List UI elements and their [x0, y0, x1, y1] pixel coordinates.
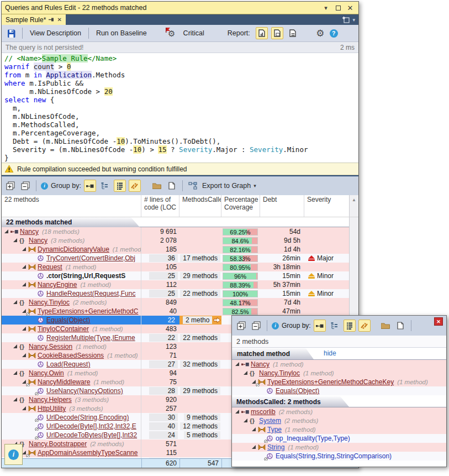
element-link[interactable]: mscorlib: [251, 408, 276, 416]
run-on-baseline-button[interactable]: Run on Baseline: [94, 29, 149, 37]
element-link[interactable]: NancyEngine: [38, 281, 77, 289]
group-by-type-button[interactable]: [114, 180, 126, 192]
element-link[interactable]: Nancy.Owin: [29, 369, 64, 377]
folder-icon[interactable]: [379, 320, 392, 332]
element-link[interactable]: TinyIoCContainer: [38, 325, 89, 333]
group-by-assembly-button[interactable]: [314, 320, 326, 332]
scrollbar[interactable]: ▲: [349, 195, 358, 217]
gear-icon[interactable]: ⚙: [314, 27, 326, 39]
expander-icon[interactable]: [235, 410, 239, 414]
element-link[interactable]: HandleRequest(Request,Func: [46, 290, 135, 297]
element-link[interactable]: Equals(Object): [46, 316, 90, 324]
element-link[interactable]: NancyMiddleware: [38, 378, 90, 386]
element-link[interactable]: UrlDecodeToBytes(Byte[],Int32: [46, 431, 137, 439]
expander-icon[interactable]: [252, 380, 256, 384]
info-badge[interactable]: i: [4, 444, 23, 465]
new-query-caret-icon[interactable]: ▾: [352, 17, 355, 23]
expander-icon[interactable]: [22, 265, 26, 269]
collapse-all-icon[interactable]: [19, 180, 31, 192]
critical-icon[interactable]: ⚙: [166, 27, 178, 39]
expander-icon[interactable]: [252, 445, 256, 449]
expander-icon[interactable]: [22, 247, 26, 251]
element-link[interactable]: Nancy.Bootstrapper: [29, 440, 87, 448]
column-methods-called[interactable]: MethodsCalled: [179, 195, 221, 217]
element-label[interactable]: Equals(String,String,StringComparison): [276, 452, 392, 460]
element-link[interactable]: Equals(Object): [276, 387, 319, 395]
element-link[interactable]: UrlDecode(String,Encoding): [46, 414, 129, 421]
query-editor[interactable]: // <Name>Sample Rule</Name>warnif count …: [2, 53, 358, 163]
export-to-graph-button[interactable]: Export to Graph: [202, 182, 251, 190]
group-by-type-button[interactable]: [344, 320, 356, 332]
group-by-namespace-button[interactable]: [329, 320, 341, 332]
export-caret-icon[interactable]: ▾: [253, 183, 256, 189]
report-chart-button[interactable]: [256, 27, 268, 39]
document-icon[interactable]: [166, 180, 178, 192]
expander-icon[interactable]: [244, 371, 247, 375]
expander-icon[interactable]: [22, 451, 26, 454]
report-export-button[interactable]: [271, 27, 283, 39]
element-link[interactable]: TryConvert(ConvertBinder,Obj: [46, 254, 135, 262]
expander-icon[interactable]: [13, 238, 17, 242]
save-button[interactable]: [5, 27, 17, 39]
report-grid-button[interactable]: [287, 27, 299, 39]
element-link[interactable]: Load(Request): [46, 360, 90, 368]
expander-icon[interactable]: [22, 283, 26, 286]
element-link[interactable]: .ctor(String,Url,RequestS: [46, 272, 125, 280]
column-severity[interactable]: Severity: [304, 195, 349, 217]
element-label[interactable]: op_Inequality(Type,Type): [276, 435, 350, 442]
group-by-method-button[interactable]: [358, 320, 371, 332]
element-link[interactable]: Request: [38, 263, 62, 271]
expander-icon[interactable]: [13, 371, 17, 375]
collapse-all-icon[interactable]: [250, 320, 262, 332]
expander-icon[interactable]: [22, 380, 26, 384]
group-by-namespace-button[interactable]: [99, 180, 111, 192]
element-link[interactable]: Nancy: [20, 228, 39, 236]
help-icon[interactable]: ?: [330, 29, 338, 38]
expander-icon[interactable]: [13, 397, 17, 401]
tab-sample-rule[interactable]: Sample Rule* ✕: [2, 14, 66, 25]
folder-icon[interactable]: [151, 180, 163, 192]
pin-icon[interactable]: [49, 17, 54, 22]
column-loc[interactable]: # lines of code (LOC: [141, 195, 179, 217]
expand-all-icon[interactable]: [235, 320, 247, 332]
tab-matched-method[interactable]: matched method: [232, 348, 314, 359]
element-link[interactable]: Type: [267, 426, 282, 433]
element-link[interactable]: UseNancy(NancyOptions): [46, 387, 123, 395]
hide-link[interactable]: hide: [324, 349, 336, 359]
document-icon[interactable]: [394, 320, 406, 332]
column-debt[interactable]: Debt: [260, 195, 304, 217]
scroll-up-icon[interactable]: ▲: [350, 196, 358, 204]
window-menu-icon[interactable]: ▾: [321, 3, 331, 12]
element-link[interactable]: AppDomainAssemblyTypeScanne: [38, 449, 138, 457]
group-by-method-button[interactable]: [129, 180, 141, 192]
expander-icon[interactable]: [244, 419, 247, 422]
expander-icon[interactable]: [13, 300, 17, 304]
element-link[interactable]: DynamicDictionaryValue: [38, 245, 109, 253]
expander-icon[interactable]: [13, 344, 17, 348]
expander-icon[interactable]: [4, 229, 8, 233]
expand-all-icon[interactable]: [4, 180, 17, 192]
column-coverage[interactable]: Percentage Coverage: [221, 195, 260, 217]
expander-icon[interactable]: [22, 327, 26, 331]
element-link[interactable]: RegisterMultiple(Type,IEnume: [46, 334, 135, 342]
expander-icon[interactable]: [235, 362, 239, 366]
element-link[interactable]: CookieBasedSessions: [38, 352, 104, 359]
view-description-button[interactable]: View Description: [28, 29, 83, 37]
element-link[interactable]: Nancy: [251, 360, 270, 368]
expander-icon[interactable]: [22, 406, 26, 410]
element-link[interactable]: Nancy.Helpers: [29, 396, 72, 404]
tab-close-icon[interactable]: ✕: [57, 17, 61, 23]
element-link[interactable]: Nancy.Tinyloc: [29, 299, 70, 306]
expander-icon[interactable]: [252, 427, 256, 431]
export-to-graph-icon[interactable]: [187, 180, 199, 192]
element-link[interactable]: HttpUtility: [38, 405, 66, 412]
expander-icon[interactable]: [22, 309, 26, 313]
goto-callees-arrow-icon[interactable]: [213, 317, 221, 323]
element-link[interactable]: UrlDecode(Byte[],Int32,Int32,E: [46, 422, 136, 430]
element-link[interactable]: System: [259, 417, 281, 425]
maximize-icon[interactable]: [333, 3, 343, 12]
element-link[interactable]: TypeExtensions+GenericMethodCacheKey: [267, 378, 394, 386]
element-link[interactable]: Nancy: [29, 237, 47, 244]
element-link[interactable]: TypeExtensions+GenericMethodC: [38, 307, 138, 315]
new-query-icon[interactable]: [342, 16, 351, 23]
